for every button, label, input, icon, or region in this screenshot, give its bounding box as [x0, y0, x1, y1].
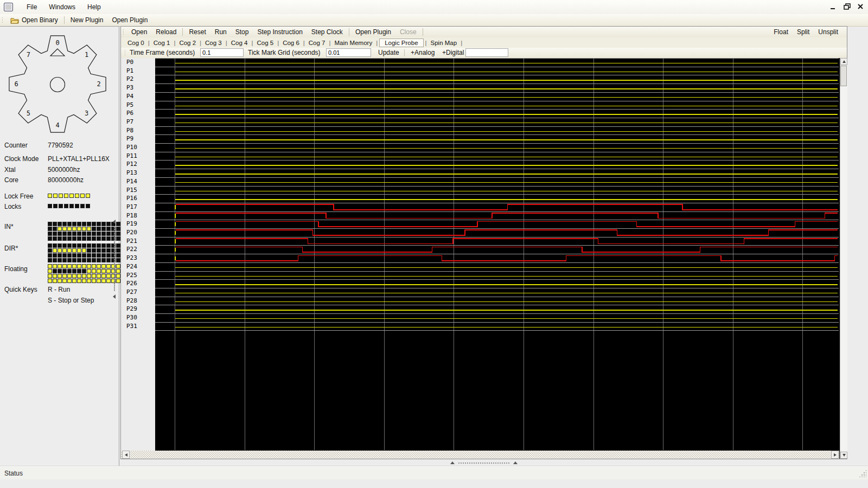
- menu-item-windows[interactable]: Windows: [43, 0, 81, 14]
- bit-off: [116, 248, 120, 253]
- toolbar-grip[interactable]: [123, 29, 124, 36]
- reset-button[interactable]: Reset: [184, 28, 210, 36]
- bit-off: [77, 269, 81, 273]
- menu-item-help[interactable]: Help: [81, 0, 107, 14]
- bit-on: [67, 274, 72, 278]
- bit-off: [116, 243, 120, 248]
- tab-cog-3[interactable]: Cog 3: [202, 39, 225, 47]
- add-digital-button[interactable]: +Digital: [438, 49, 468, 56]
- locks-label: Locks: [4, 203, 21, 210]
- bit-on: [101, 279, 106, 283]
- bit-off: [53, 269, 57, 273]
- cog-number-7: 7: [27, 51, 30, 59]
- bit-off: [97, 248, 101, 253]
- status-text: Status: [4, 470, 23, 477]
- pin-label-column: P0P1P2P3P4P5P6P7P8P9P10P11P12P13P14P15P1…: [121, 58, 155, 451]
- tick-grid-label: Tick Mark Grid (seconds): [248, 49, 321, 56]
- unsplit-button[interactable]: Unsplit: [814, 28, 843, 36]
- bit-off: [48, 222, 52, 226]
- time-frame-label: Time Frame (seconds): [130, 49, 195, 56]
- tab-cog-2[interactable]: Cog 2: [176, 39, 199, 47]
- bit-off: [72, 258, 76, 262]
- tab-cog-4[interactable]: Cog 4: [228, 39, 251, 47]
- vertical-scrollbar[interactable]: [840, 58, 847, 459]
- toolbar-grip[interactable]: [2, 17, 3, 24]
- led-off: [53, 204, 58, 208]
- counter-label: Counter: [4, 142, 28, 149]
- tab-logic-probe[interactable]: Logic Probe: [379, 38, 423, 47]
- bit-off: [62, 243, 67, 248]
- toolbar-item-label: Open Binary: [22, 16, 58, 24]
- bit-off: [67, 258, 72, 262]
- scroll-down-button[interactable]: [840, 452, 847, 459]
- minimize-button[interactable]: [829, 3, 838, 10]
- panel-splitter-handle[interactable]: [112, 220, 117, 299]
- stop-button[interactable]: Stop: [231, 28, 253, 36]
- led-on: [69, 194, 74, 198]
- tab-separator: |: [375, 40, 378, 46]
- tab-main-memory[interactable]: Main Memory: [331, 39, 376, 47]
- run-button[interactable]: Run: [210, 28, 231, 36]
- step-instruction-button[interactable]: Step Instruction: [253, 28, 307, 36]
- bit-off: [53, 253, 57, 258]
- tab-cog-1[interactable]: Cog 1: [150, 39, 174, 47]
- bit-on: [48, 264, 52, 268]
- toolbar-grip[interactable]: [124, 49, 126, 56]
- quick-key-run: R - Run: [48, 286, 70, 293]
- close-button: Close: [395, 28, 421, 36]
- arrow-down-icon: [843, 454, 846, 457]
- open-button[interactable]: Open: [127, 28, 151, 36]
- tab-cog-0[interactable]: Cog 0: [124, 39, 148, 47]
- tab-spin-map[interactable]: Spin Map: [427, 39, 461, 47]
- dock-splitter-handle[interactable]: [120, 460, 847, 465]
- update-button[interactable]: Update: [374, 49, 404, 56]
- step-clock-button[interactable]: Step Clock: [307, 28, 347, 36]
- core-label: Core: [4, 176, 18, 184]
- scroll-right-button[interactable]: [831, 451, 839, 459]
- add-analog-button[interactable]: +Analog: [406, 49, 439, 56]
- bit-off: [106, 227, 111, 231]
- bit-off: [48, 227, 52, 231]
- float-button[interactable]: Float: [769, 28, 793, 36]
- split-button[interactable]: Split: [793, 28, 814, 36]
- open-plugin-button[interactable]: Open Plugin: [107, 16, 152, 24]
- bit-off: [82, 269, 86, 273]
- bit-off: [116, 258, 120, 262]
- clock-mode-value: PLL+XTAL1+PLL16X: [48, 155, 110, 163]
- cog-number-2: 2: [97, 80, 100, 88]
- reload-button[interactable]: Reload: [151, 28, 181, 36]
- tab-cog-6[interactable]: Cog 6: [279, 39, 303, 47]
- pin-label-p23: P23: [126, 254, 154, 262]
- bit-on: [77, 279, 81, 283]
- tab-cog-5[interactable]: Cog 5: [253, 39, 277, 47]
- open-plugin-button[interactable]: Open Plugin: [351, 28, 395, 36]
- scroll-up-button[interactable]: [840, 58, 847, 65]
- scroll-left-button[interactable]: [122, 451, 130, 459]
- counter-value: 7790592: [48, 142, 73, 149]
- bit-off: [87, 248, 91, 253]
- bit-off: [53, 227, 57, 231]
- dock-buttons: FloatSplitUnsplit: [769, 27, 843, 37]
- probe-extra-input[interactable]: [465, 48, 508, 57]
- bit-off: [116, 227, 120, 231]
- toolbar-separator: [349, 28, 349, 36]
- close-button[interactable]: [856, 3, 865, 10]
- time-frame-input[interactable]: [200, 48, 244, 57]
- bit-on: [62, 248, 67, 253]
- tick-grid-input[interactable]: [326, 48, 371, 57]
- title-bar: FileWindowsHelp: [0, 0, 868, 15]
- bit-off: [58, 243, 62, 248]
- pin-label-p8: P8: [126, 126, 154, 135]
- tab-cog-7[interactable]: Cog 7: [305, 39, 329, 47]
- bit-off: [97, 258, 101, 262]
- menu-item-file[interactable]: File: [21, 0, 43, 14]
- horizontal-scrollbar[interactable]: [121, 451, 839, 459]
- scrollbar-thumb[interactable]: [840, 66, 847, 86]
- pin-label-p1: P1: [126, 67, 154, 75]
- open-binary-button[interactable]: Open Binary: [6, 16, 62, 24]
- bit-on: [87, 264, 91, 268]
- toolbar-item-label: Open Plugin: [112, 16, 148, 24]
- restore-button[interactable]: [843, 3, 851, 10]
- bit-off: [77, 243, 81, 248]
- new-plugin-button[interactable]: New Plugin: [66, 16, 108, 24]
